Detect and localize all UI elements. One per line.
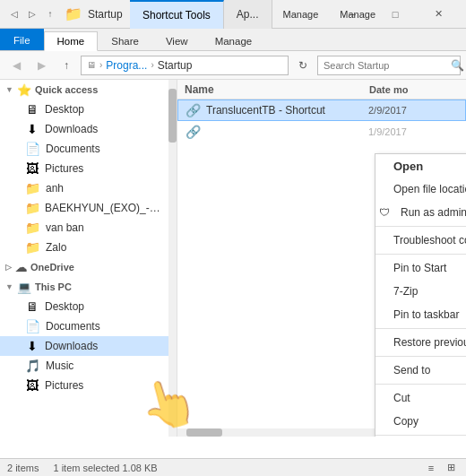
sidebar-item-documents-qa[interactable]: 📄 Documents <box>0 139 168 159</box>
main-layout: ▼ ⭐ Quick access 🖥 Desktop ⬇ Downloads 📄… <box>0 80 466 437</box>
sidebar-item-desktop-pc[interactable]: 🖥 Desktop <box>0 297 168 316</box>
view-tiles-button[interactable]: ⊞ <box>443 461 459 475</box>
sidebar-item-baekhyun[interactable]: 📁 BAEKHYUN_(EXO)_-_Bea <box>0 198 168 218</box>
downloads-qa-label: Downloads <box>45 123 98 135</box>
this-pc-expand-icon: ▼ <box>5 282 13 291</box>
breadcrumb-item-progra[interactable]: Progra... <box>106 59 147 72</box>
close-button[interactable]: ✕ <box>418 0 459 29</box>
ctx-run-as-admin[interactable]: 🛡 Run as administrator <box>375 201 466 224</box>
title-bar: ◁ ▷ ↑ 📁 Startup Shortcut Tools Ap... Man… <box>0 0 466 29</box>
breadcrumb-item-startup: Startup <box>158 59 193 72</box>
status-items-count: 2 items <box>7 463 39 473</box>
pictures-qa-label: Pictures <box>45 162 83 175</box>
sidebar-item-pictures-qa[interactable]: 🖼 Pictures <box>0 159 168 178</box>
ctx-copy[interactable]: Copy <box>375 410 466 433</box>
status-selected-info: 1 item selected 1.08 KB <box>53 463 157 473</box>
folder-icon: 📁 <box>65 5 82 22</box>
sidebar-scrollbar[interactable] <box>168 80 177 437</box>
ctx-sep-2 <box>375 254 466 255</box>
sidebar-item-pictures-pc[interactable]: 🖼 Pictures <box>0 376 168 395</box>
address-bar: ◀ ▶ ↑ 🖥 › Progra... › Startup ↻ 🔍 <box>0 51 466 80</box>
file-name-0: TranslucentTB - Shortcut <box>206 104 363 117</box>
refresh-button[interactable]: ↻ <box>292 56 314 75</box>
file-icon-1: 🔗 <box>186 125 201 139</box>
view-details-button[interactable]: ≡ <box>423 461 439 475</box>
downloads-pc-label: Downloads <box>45 340 98 352</box>
ctx-pin-taskbar[interactable]: Pin to taskbar <box>375 303 466 326</box>
documents-pc-icon: 📄 <box>25 319 40 333</box>
ap-tab[interactable]: Ap... <box>224 0 272 29</box>
file-date-1: 1/9/2017 <box>368 126 458 137</box>
zalo-icon: 📁 <box>25 240 40 255</box>
file-item-1[interactable]: 🔗 1/9/2017 <box>177 121 466 143</box>
desktop-icon: 🖥 <box>25 102 39 117</box>
ctx-7zip[interactable]: 7-Zip <box>375 280 466 303</box>
ribbon-tab-home[interactable]: Home <box>44 31 99 51</box>
ctx-sep-3 <box>375 328 466 329</box>
ctx-troubleshoot[interactable]: Troubleshoot compatibility <box>375 229 466 252</box>
this-pc-label: This PC <box>35 281 72 292</box>
ctx-pin-start[interactable]: Pin to Start <box>375 256 466 280</box>
onedrive-expand-icon: ▷ <box>5 263 12 272</box>
desktop-qa-label: Desktop <box>45 103 84 116</box>
file-item-0[interactable]: 🔗 TranslucentTB - Shortcut 2/9/2017 <box>177 100 466 121</box>
search-input[interactable] <box>324 60 447 71</box>
desktop-pc-label: Desktop <box>45 300 84 313</box>
ctx-sep-1 <box>375 226 466 227</box>
sidebar-section-this-pc[interactable]: ▼ 💻 This PC <box>0 277 168 297</box>
sidebar-item-music-pc[interactable]: 🎵 Music <box>0 356 168 376</box>
expand-icon: ▼ <box>5 85 13 94</box>
ctx-sep-5 <box>375 384 466 385</box>
quick-access-icon: ⭐ <box>17 83 31 97</box>
pictures-pc-label: Pictures <box>45 379 83 392</box>
sidebar: ▼ ⭐ Quick access 🖥 Desktop ⬇ Downloads 📄… <box>0 80 169 437</box>
column-date[interactable]: Date mo <box>369 84 459 95</box>
ribbon-tab-share[interactable]: Share <box>98 30 152 50</box>
sidebar-item-desktop-qa[interactable]: 🖥 Desktop <box>0 100 168 119</box>
forward-button[interactable]: ▶ <box>30 55 52 76</box>
zalo-label: Zalo <box>46 241 66 254</box>
status-view-controls: ≡ ⊞ <box>423 461 459 475</box>
ribbon-tab-file[interactable]: File <box>0 29 44 50</box>
forward-icon: ▷ <box>25 7 39 22</box>
baekhyun-icon: 📁 <box>25 201 39 215</box>
sidebar-section-quick-access[interactable]: ▼ ⭐ Quick access <box>0 80 168 100</box>
vanban-icon: 📁 <box>25 221 40 235</box>
ctx-restore-versions[interactable]: Restore previous versions <box>375 331 466 354</box>
sidebar-section-onedrive[interactable]: ▷ ☁ OneDrive <box>0 257 168 277</box>
file-list-hscrollbar-thumb <box>186 428 222 437</box>
anh-label: anh <box>46 182 64 195</box>
sidebar-item-vanban[interactable]: 📁 van ban <box>0 218 168 238</box>
breadcrumb-arrow: 🖥 <box>87 60 96 70</box>
ctx-open[interactable]: Open <box>375 154 466 177</box>
ctx-run-as-admin-label: Run as administrator <box>401 206 466 219</box>
sidebar-item-zalo[interactable]: 📁 Zalo <box>0 238 168 257</box>
sidebar-item-anh[interactable]: 📁 anh <box>0 178 168 198</box>
shortcut-tools-tab[interactable]: Shortcut Tools <box>130 0 224 29</box>
file-list: Name Date mo 🔗 TranslucentTB - Shortcut … <box>177 80 466 437</box>
sidebar-item-downloads-pc[interactable]: ⬇ Downloads <box>0 336 168 356</box>
sidebar-item-documents-pc[interactable]: 📄 Documents <box>0 316 168 336</box>
search-icon: 🔍 <box>451 59 464 72</box>
file-list-header: Name Date mo <box>177 80 466 100</box>
pictures-icon: 🖼 <box>25 161 39 176</box>
ctx-send-to[interactable]: Send to <box>375 359 466 382</box>
sidebar-wrapper: ▼ ⭐ Quick access 🖥 Desktop ⬇ Downloads 📄… <box>0 80 177 437</box>
file-date-0: 2/9/2017 <box>368 105 458 116</box>
back-button[interactable]: ◀ <box>5 55 27 76</box>
sidebar-item-downloads-qa[interactable]: ⬇ Downloads <box>0 119 168 139</box>
music-pc-label: Music <box>46 359 73 372</box>
search-bar[interactable]: 🔍 <box>317 56 461 75</box>
ribbon-tab-view[interactable]: View <box>152 30 202 50</box>
ctx-sep-6 <box>375 435 466 436</box>
quick-access-label: Quick access <box>35 84 98 95</box>
ctx-cut[interactable]: Cut <box>375 386 466 410</box>
ribbon-tab-manage[interactable]: Manage <box>202 30 266 50</box>
up-button[interactable]: ↑ <box>56 55 77 76</box>
music-pc-icon: 🎵 <box>25 359 40 373</box>
column-name[interactable]: Name <box>185 83 369 96</box>
shield-icon: 🛡 <box>379 206 397 219</box>
ctx-open-file-location[interactable]: Open file location <box>375 177 466 201</box>
onedrive-label: OneDrive <box>30 262 74 273</box>
this-pc-icon: 💻 <box>17 281 31 294</box>
